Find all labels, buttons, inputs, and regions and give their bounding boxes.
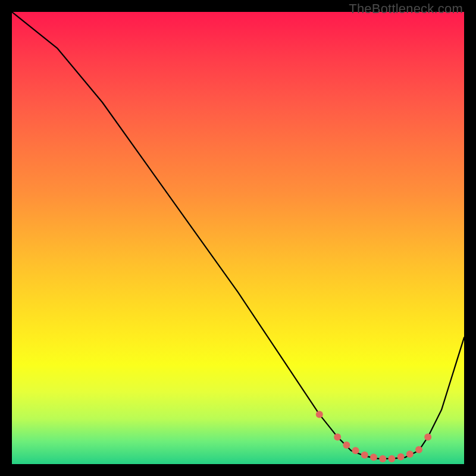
trough-marker [334, 433, 341, 440]
trough-marker [316, 411, 323, 418]
trough-marker [343, 441, 350, 449]
trough-marker [379, 455, 386, 462]
trough-marker [361, 452, 368, 459]
trough-marker [370, 454, 377, 461]
trough-marker [352, 447, 359, 454]
trough-marker [424, 433, 431, 440]
trough-marker [415, 446, 422, 453]
bottleneck-curve [12, 12, 464, 459]
watermark-label: TheBottleneck.com [349, 1, 463, 17]
trough-marker [406, 450, 414, 458]
chart-frame [12, 12, 464, 464]
trough-markers [316, 411, 431, 462]
trough-marker [397, 453, 405, 461]
chart-overlay [12, 12, 464, 464]
trough-marker [388, 455, 395, 462]
